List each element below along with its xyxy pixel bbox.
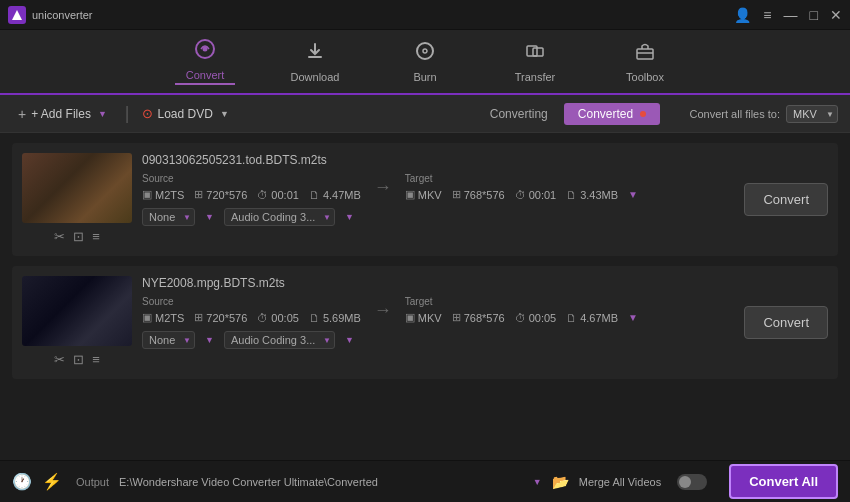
nav-transfer[interactable]: Transfer [505,40,565,83]
convert-button-1[interactable]: Convert [744,183,828,216]
folder-icon[interactable]: 📂 [552,474,569,490]
user-icon[interactable]: 👤 [734,8,751,22]
svg-point-3 [423,49,427,53]
file-info-1: 090313062505231.tod.BDTS.m2ts Source ▣ M… [142,153,726,246]
title-bar-controls: 👤 ≡ — □ ✕ [734,8,842,22]
crop-icon-1[interactable]: ⊡ [73,229,84,244]
menu-icon[interactable]: ≡ [763,8,771,22]
format-select[interactable]: MKV [786,105,838,123]
audio-select-2[interactable]: Audio Coding 3... [224,331,335,349]
target-label-1: Target [405,173,638,184]
nav-burn[interactable]: Burn [395,40,455,83]
source-block-1: Source ▣ M2TS ⊞ 720*576 ⏱ 00:01 [142,173,361,201]
output-dropdown-arrow[interactable]: ▼ [533,477,542,487]
toolbar-divider: | [125,103,130,124]
file-name-1: 090313062505231.tod.BDTS.m2ts [142,153,726,167]
subtitle-select-1[interactable]: None [142,208,195,226]
audio-select-1[interactable]: Audio Coding 3... [224,208,335,226]
audio-dropdown-1: ▼ [345,212,354,222]
bottom-bar: 🕐 ⚡ Output E:\Wondershare Video Converte… [0,460,850,502]
toolbar: + + Add Files ▼ | ⊙ Load DVD ▼ Convertin… [0,95,850,133]
thumb-icons-1: ✂ ⊡ ≡ [50,227,104,246]
source-label-1: Source [142,173,361,184]
crop-icon-2[interactable]: ⊡ [73,352,84,367]
thumbnail-1 [22,153,132,223]
svg-rect-6 [637,49,653,59]
arrow-icon-1: → [374,177,392,198]
settings-icon-1[interactable]: ≡ [92,229,100,244]
tab-converted[interactable]: Converted [564,103,660,125]
file-name-2: NYE2008.mpg.BDTS.m2ts [142,276,726,290]
target-block-1: Target ▣ MKV ⊞ 768*576 ⏱ 00:01 [405,173,638,201]
transfer-nav-label: Transfer [515,71,556,83]
target-dur-1: ⏱ 00:01 [515,189,557,201]
subtitle-dropdown-2: ▼ [205,335,214,345]
subtitle-audio-row-1: None ▼ Audio Coding 3... ▼ [142,207,726,226]
source-size-2: 🗋 5.69MB [309,312,361,324]
target-dropdown-arrow-2[interactable]: ▼ [628,312,638,323]
audio-dropdown-2: ▼ [345,335,354,345]
file-item-1: ✂ ⊡ ≡ 090313062505231.tod.BDTS.m2ts Sour… [12,143,838,256]
convert-nav-icon [194,38,216,65]
source-dur-2: ⏱ 00:05 [257,312,299,324]
merge-toggle[interactable] [677,474,707,490]
cut-icon-1[interactable]: ✂ [54,229,65,244]
toolbox-nav-icon [634,40,656,67]
maximize-button[interactable]: □ [810,8,818,22]
close-button[interactable]: ✕ [830,8,842,22]
add-files-button[interactable]: + + Add Files ▼ [12,102,113,126]
target-size-2: 🗋 4.67MB [566,312,618,324]
target-label-2: Target [405,296,638,307]
dvd-icon: ⊙ [142,106,153,121]
subtitle-audio-row-2: None ▼ Audio Coding 3... ▼ [142,330,726,349]
nav-convert[interactable]: Convert [175,38,235,85]
source-specs-1: ▣ M2TS ⊞ 720*576 ⏱ 00:01 🗋 [142,188,361,201]
load-dvd-button[interactable]: ⊙ Load DVD ▼ [142,106,229,121]
bolt-icon[interactable]: ⚡ [42,472,62,491]
source-format-1: ▣ M2TS [142,188,184,201]
source-res-2: ⊞ 720*576 [194,311,247,324]
convert-all-button[interactable]: Convert All [729,464,838,499]
target-dropdown-arrow-1[interactable]: ▼ [628,189,638,200]
source-target-row-2: Source ▣ M2TS ⊞ 720*576 ⏱ 00:05 [142,296,726,324]
source-label-2: Source [142,296,361,307]
target-format-2: ▣ MKV [405,311,442,324]
title-bar-left: uniconverter [8,6,93,24]
alarm-icon[interactable]: 🕐 [12,472,32,491]
source-dur-1: ⏱ 00:01 [257,189,299,201]
tab-converting[interactable]: Converting [476,103,562,125]
subtitle-select-wrap-2: None [142,330,195,349]
audio-select-wrap-2: Audio Coding 3... [224,330,335,349]
download-nav-icon [304,40,326,67]
add-files-label: + Add Files [31,107,91,121]
thumb-area-2: ✂ ⊡ ≡ [22,276,132,369]
target-specs-1: ▣ MKV ⊞ 768*576 ⏱ 00:01 🗋 [405,188,638,201]
converted-tab-label: Converted [578,107,633,121]
toggle-knob [679,476,691,488]
source-specs-2: ▣ M2TS ⊞ 720*576 ⏱ 00:05 🗋 [142,311,361,324]
subtitle-select-2[interactable]: None [142,331,195,349]
nav-download[interactable]: Download [285,40,345,83]
audio-select-wrap-1: Audio Coding 3... [224,207,335,226]
cut-icon-2[interactable]: ✂ [54,352,65,367]
burn-nav-label: Burn [413,71,436,83]
convert-all-to-label: Convert all files to: [690,108,780,120]
thumbnail-2 [22,276,132,346]
target-res-2: ⊞ 768*576 [452,311,505,324]
download-nav-label: Download [291,71,340,83]
convert-button-2[interactable]: Convert [744,306,828,339]
merge-label: Merge All Videos [579,476,661,488]
settings-icon-2[interactable]: ≡ [92,352,100,367]
target-specs-2: ▣ MKV ⊞ 768*576 ⏱ 00:05 🗋 [405,311,638,324]
converted-dot [640,111,646,117]
format-icon-1: ▣ [142,188,152,201]
output-path: E:\Wondershare Video Converter Ultimate\… [119,476,527,488]
target-res-1: ⊞ 768*576 [452,188,505,201]
file-item-2: ✂ ⊡ ≡ NYE2008.mpg.BDTS.m2ts Source ▣ M2T… [12,266,838,379]
transfer-nav-icon [524,40,546,67]
subtitle-select-wrap-1: None [142,207,195,226]
svg-point-2 [417,43,433,59]
nav-toolbox[interactable]: Toolbox [615,40,675,83]
minimize-button[interactable]: — [784,8,798,22]
tab-group: Converting Converted [476,103,660,125]
